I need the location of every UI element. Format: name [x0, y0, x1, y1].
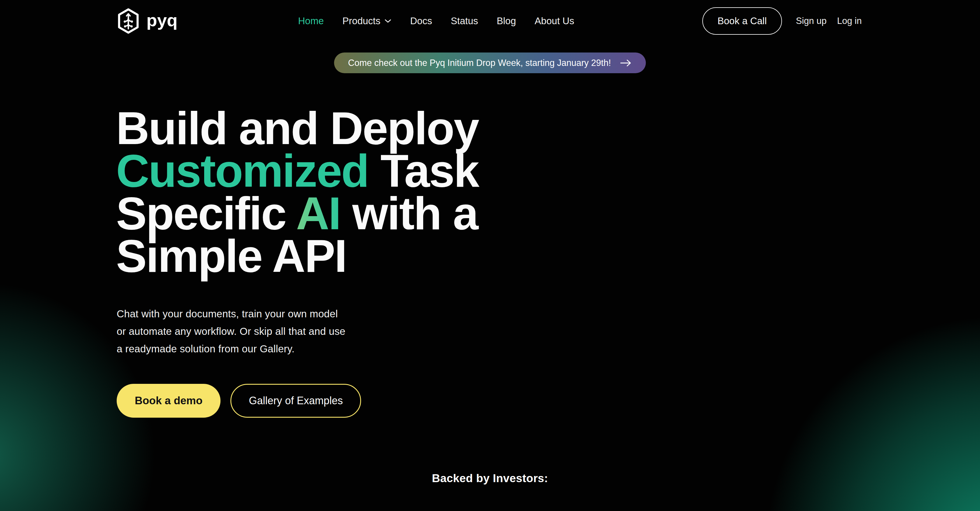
- hero-cta-row: Book a demo Gallery of Examples: [117, 384, 361, 418]
- log-in-link[interactable]: Log in: [837, 16, 862, 26]
- hero-subtext-line2: or automate any workflow. Or skip all th…: [117, 323, 345, 340]
- book-a-demo-button[interactable]: Book a demo: [117, 384, 221, 418]
- announcement-banner[interactable]: Come check out the Pyq Initium Drop Week…: [334, 53, 646, 73]
- hero-headline-line1: Build and Deploy: [116, 107, 479, 149]
- arrow-right-icon: [620, 59, 632, 67]
- backed-by-investors-heading: Backed by Investors:: [0, 472, 980, 485]
- hexagon-circuit-icon: [116, 8, 141, 34]
- gallery-of-examples-button[interactable]: Gallery of Examples: [231, 384, 361, 418]
- hero-headline-line2: Customized Task: [116, 149, 479, 192]
- chevron-down-icon: [384, 19, 391, 23]
- hero-subtext: Chat with your documents, train your own…: [117, 305, 345, 358]
- main-nav: Home Products Docs Status Blog About: [298, 0, 574, 42]
- auth-actions: Book a Call Sign up Log in: [702, 0, 862, 42]
- book-a-call-button[interactable]: Book a Call: [702, 7, 782, 35]
- hero-subtext-line1: Chat with your documents, train your own…: [117, 305, 345, 323]
- sign-up-link[interactable]: Sign up: [796, 16, 827, 26]
- hero-headline: Build and Deploy Customized Task Specifi…: [116, 107, 479, 277]
- nav-item-status[interactable]: Status: [450, 16, 478, 27]
- nav-item-docs[interactable]: Docs: [410, 16, 432, 27]
- hero-headline-line4: Simple API: [116, 234, 479, 277]
- nav-item-products[interactable]: Products: [342, 16, 391, 27]
- announcement-text: Come check out the Pyq Initium Drop Week…: [348, 58, 611, 68]
- nav-item-home[interactable]: Home: [298, 16, 324, 27]
- nav-item-about-us[interactable]: About Us: [535, 16, 574, 27]
- brand-wordmark: pyq: [146, 10, 178, 32]
- hero-headline-line3: Specific AI with a: [116, 192, 479, 234]
- top-navigation-bar: pyq Home Products Docs Status Blo: [0, 0, 980, 42]
- brand-logo[interactable]: pyq: [116, 0, 178, 42]
- auth-links: Sign up Log in: [796, 16, 862, 26]
- landing-page: pyq Home Products Docs Status Blo: [0, 0, 980, 511]
- hero-subtext-line3: a readymade solution from our Gallery.: [117, 340, 345, 358]
- nav-item-blog[interactable]: Blog: [497, 16, 516, 27]
